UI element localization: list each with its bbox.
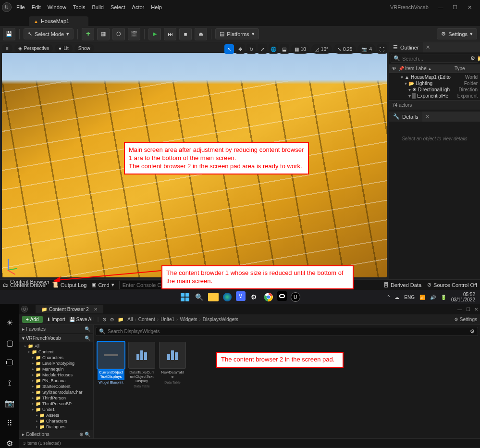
cb2-tree-row[interactable]: ▸📁Assets	[19, 412, 93, 418]
filter-icon[interactable]: ⚙	[470, 55, 475, 62]
derived-data-button[interactable]: 🗄Derived Data	[383, 282, 421, 288]
coord-toggle[interactable]: 🌐	[269, 44, 278, 54]
marketplace-button[interactable]: ▦	[97, 28, 110, 40]
cb2-tree-row[interactable]: ▸📁StarterContent	[19, 384, 93, 389]
cb2-tree-row[interactable]: ▸📁Dialogues	[19, 424, 93, 430]
oculus-button[interactable]	[277, 291, 287, 301]
content-drawer-button[interactable]: 🗂Content BrowserContent Drawer	[3, 282, 47, 288]
stop-button[interactable]: ■	[179, 28, 192, 40]
import-button[interactable]: ⬇ Import	[47, 317, 65, 322]
nav-back[interactable]: ⊙	[102, 317, 106, 322]
cb2-tree-row[interactable]: ▸📁Content	[19, 349, 93, 355]
display-icon[interactable]: 🖵	[4, 358, 15, 368]
filter-icon[interactable]: ⚙	[470, 328, 475, 335]
pin-col[interactable]: 📌	[398, 66, 405, 71]
volume-icon[interactable]: 🔊	[430, 295, 436, 300]
level-tab[interactable]: ▲ HouseMap1	[29, 16, 88, 26]
asset-tile[interactable]: NewDataTableData Table	[159, 342, 186, 385]
menu-actor[interactable]: Actor	[132, 4, 145, 10]
close-button[interactable]: ✕	[465, 4, 474, 11]
eject-button[interactable]: ⏏	[195, 28, 207, 40]
minimize-button[interactable]: —	[436, 4, 445, 11]
search-icon[interactable]: 🔍	[85, 336, 90, 341]
add-content-button[interactable]: ✚	[82, 28, 94, 40]
save-all-button[interactable]: 💾 Save All	[69, 317, 94, 322]
scale-snap[interactable]: ⤡0.25	[333, 44, 356, 54]
asset-tile[interactable]: CurrentObjectTextDisplaysWidget Blueprin…	[98, 342, 124, 385]
crumb-all[interactable]: All	[127, 317, 133, 322]
source-control-button[interactable]: ⊘Source Control Off	[427, 282, 477, 288]
perspective-dropdown[interactable]: ◈Perspective	[14, 44, 53, 52]
cb2-tree-row[interactable]: ▸📁ModularHouses	[19, 372, 93, 378]
cb2-tree-row[interactable]: ▸📁PN_Banana	[19, 378, 93, 384]
crop-icon[interactable]: ⟟	[4, 378, 15, 388]
asset-tile[interactable]: DataTableCurrentObjectTextDisplayData Ta…	[128, 342, 155, 388]
crumb-content[interactable]: Content	[138, 317, 155, 322]
select-mode-dropdown[interactable]: ↖ Select Mode ▾	[24, 28, 74, 39]
blueprints-button[interactable]: ⬡	[112, 28, 125, 40]
outliner-row[interactable]: ▾▒ExponentialHeExponent	[389, 93, 480, 99]
menu-build[interactable]: Build	[92, 4, 104, 10]
camera-speed[interactable]: 📷4	[357, 44, 376, 54]
outliner-search-input[interactable]	[402, 56, 468, 62]
nav-folder[interactable]: 📁	[118, 317, 123, 322]
cb2-search-input[interactable]	[108, 329, 468, 334]
onedrive-icon[interactable]: ☁	[394, 295, 399, 300]
show-dropdown[interactable]: Show	[74, 44, 94, 52]
search-icon[interactable]: 🔍	[85, 326, 90, 332]
outliner-row[interactable]: ▾▲HouseMap1 (EditoWorld	[389, 74, 480, 80]
vis-col[interactable]: 👁	[392, 66, 398, 71]
search-button[interactable]: 🔍	[194, 291, 205, 303]
cb2-tree-row[interactable]: ▸📁ThirdPersonBP	[19, 401, 93, 407]
cb2-tab[interactable]: 📁 Content Browser 2 ✕	[36, 305, 103, 313]
crumb-widgets[interactable]: Widgets	[180, 317, 197, 322]
lit-dropdown[interactable]: ●Lit	[55, 44, 73, 52]
save-button[interactable]: 💾	[3, 28, 15, 40]
nav-fwd[interactable]: ⊙	[110, 317, 114, 322]
cb2-settings-button[interactable]: ⚙ Settings	[454, 317, 477, 322]
cb2-tree-row[interactable]: ▸📁All	[19, 343, 93, 349]
ue-button[interactable]: U	[290, 291, 301, 303]
type-col[interactable]: Type	[455, 66, 478, 71]
menu-edit[interactable]: Edit	[32, 4, 41, 10]
menu-file[interactable]: File	[16, 4, 25, 10]
cb2-tree-row[interactable]: ▸📁Characters	[19, 418, 93, 424]
maximize-button[interactable]: ☐	[450, 4, 460, 11]
lang-indicator[interactable]: ENG	[404, 295, 415, 300]
options-icon[interactable]: 📁	[477, 55, 480, 62]
app-switch-icon[interactable]: ▢	[4, 338, 15, 348]
outliner-row[interactable]: ▾☀DirectionalLighDirection	[389, 87, 480, 93]
crumb-unite1[interactable]: Unite1	[160, 317, 174, 322]
pause-button[interactable]: ⏭	[164, 28, 176, 40]
explorer-button[interactable]	[208, 293, 219, 301]
settings-button[interactable]: ⚙	[248, 291, 260, 303]
play-button[interactable]: ▶	[148, 28, 161, 40]
maximize-viewport[interactable]: ⛶	[377, 44, 387, 54]
angle-snap[interactable]: ◿10°	[311, 44, 332, 54]
add-button[interactable]: + Add	[22, 316, 43, 323]
battery-icon[interactable]: 🔋	[441, 295, 446, 300]
crumb-displays[interactable]: DisplaysWidgets	[203, 317, 238, 322]
grid-snap[interactable]: ▦10	[291, 44, 310, 54]
clock[interactable]: 05:52 03/11/2022	[451, 292, 475, 302]
settings-dropdown[interactable]: ⚙ Settings ▾	[437, 28, 477, 39]
item-label-col[interactable]: Item Label ▴	[405, 66, 455, 71]
start-button[interactable]	[179, 291, 191, 303]
menu-tools[interactable]: Tools	[73, 4, 86, 10]
scale-tool[interactable]: ⤢	[258, 44, 267, 54]
cb2-tree-row[interactable]: ▸📁StylizedModularChar	[19, 389, 93, 395]
maximize-button[interactable]: ☐	[466, 307, 470, 312]
details-close[interactable]: ✕	[422, 113, 432, 120]
apps-icon[interactable]: ⠿	[4, 419, 15, 428]
menu-window[interactable]: Window	[48, 4, 66, 10]
outliner-tab-button[interactable]: ☰Outliner	[389, 42, 423, 52]
outliner-row[interactable]: ▾📂LightingFolder	[389, 80, 480, 87]
chrome-button[interactable]	[263, 291, 274, 303]
cinematics-button[interactable]: 🎬	[128, 28, 140, 40]
cb2-tree-row[interactable]: ▸📁ThirdPerson	[19, 395, 93, 401]
camera-icon[interactable]: 📷	[4, 398, 15, 408]
rotate-tool[interactable]: ↻	[246, 44, 256, 54]
project-header[interactable]: ▾ VRFrenchVocab🔍	[19, 334, 93, 342]
surface-snap[interactable]: ⬓	[280, 44, 289, 54]
close-button[interactable]: ✕	[474, 307, 478, 312]
